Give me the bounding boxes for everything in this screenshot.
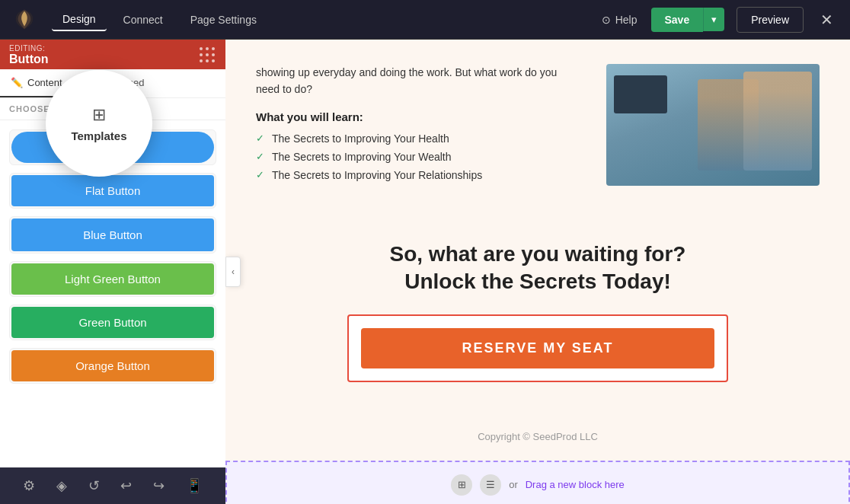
- green-button-option[interactable]: Green Button: [11, 307, 214, 338]
- what-learn-heading: What you will learn:: [256, 110, 576, 123]
- help-button[interactable]: ⊙ Help: [594, 9, 645, 30]
- cta-section: So, what are you waiting for? Unlock the…: [225, 210, 850, 413]
- list-item: ✓ The Secrets to Improving Your Health: [256, 132, 576, 145]
- drag-label[interactable]: Drag a new block here: [526, 479, 625, 490]
- save-button-group: Save ▾: [651, 8, 725, 32]
- help-icon: ⊙: [602, 14, 611, 26]
- templates-overlay[interactable]: ⊞ Templates: [46, 70, 152, 177]
- undo-icon[interactable]: ↩: [116, 473, 136, 499]
- footer-section: Copyright © SeedProd LLC: [225, 413, 850, 461]
- flat-button-option[interactable]: Flat Button: [11, 175, 214, 206]
- list-item: ✓ The Secrets to Improving Your Wealth: [256, 151, 576, 163]
- templates-icon: ⊞: [92, 105, 106, 125]
- check-icon: ✓: [256, 151, 264, 162]
- undo-history-icon[interactable]: ↺: [84, 473, 104, 499]
- content-with-image: showing up everyday and doing the work. …: [256, 64, 820, 186]
- person1-shape: [743, 72, 812, 171]
- checklist: ✓ The Secrets to Improving Your Health ✓…: [256, 132, 576, 181]
- app-logo: [12, 8, 37, 32]
- reserve-block: RESERVE MY SEAT: [347, 314, 728, 382]
- list-item: Green Button: [9, 305, 216, 340]
- monitor-shape: [614, 75, 667, 113]
- reserve-button[interactable]: RESERVE MY SEAT: [361, 328, 714, 368]
- footer-text: Copyright © SeedProd LLC: [244, 431, 832, 442]
- list-item: ✓ The Secrets to Improving Your Relation…: [256, 169, 576, 181]
- left-panel: EDITING: Button ⊞ Templates ✏️ Content ⚙…: [0, 40, 225, 504]
- preview-button[interactable]: Preview: [737, 7, 804, 33]
- blue-button-option[interactable]: Blue Button: [11, 219, 214, 251]
- bottom-toolbar: ⚙ ◈ ↺ ↩ ↪ 📱: [0, 467, 225, 504]
- light-green-button-option[interactable]: Light Green Button: [11, 263, 214, 295]
- intro-text: showing up everyday and doing the work. …: [256, 64, 576, 98]
- drag-block-inner: ⊞ ☰ or Drag a new block here: [239, 474, 836, 496]
- drag-text-icon: ☰: [480, 474, 501, 496]
- image-placeholder: [606, 64, 820, 186]
- orange-button-option[interactable]: Orange Button: [11, 350, 214, 381]
- page-content: showing up everyday and doing the work. …: [225, 40, 850, 504]
- save-button[interactable]: Save: [651, 8, 704, 32]
- content-text: showing up everyday and doing the work. …: [256, 64, 576, 181]
- top-navigation: Design Connect Page Settings ⊙ Help Save…: [0, 0, 850, 40]
- editing-header: EDITING: Button: [0, 40, 225, 69]
- grid-icon[interactable]: [200, 47, 216, 64]
- collapse-panel-handle[interactable]: ‹: [225, 257, 241, 287]
- list-item: Flat Button: [9, 173, 216, 209]
- nav-tab-design[interactable]: Design: [52, 8, 107, 31]
- list-item: Light Green Button: [9, 261, 216, 297]
- list-item: Blue Button: [9, 216, 216, 254]
- cta-headline: So, what are you waiting for? Unlock the…: [256, 241, 820, 296]
- main-layout: EDITING: Button ⊞ Templates ✏️ Content ⚙…: [0, 40, 850, 504]
- check-icon: ✓: [256, 132, 264, 144]
- drag-block[interactable]: ⊞ ☰ or Drag a new block here: [225, 461, 850, 504]
- templates-label: Templates: [71, 129, 126, 142]
- nav-tab-page-settings[interactable]: Page Settings: [180, 9, 267, 30]
- editing-title: Button: [9, 53, 49, 66]
- content-image: [606, 64, 820, 186]
- close-button[interactable]: ✕: [816, 6, 838, 33]
- drag-grid-icon: ⊞: [451, 474, 472, 496]
- canvas-area: ‹ showing up everyday and doing the work…: [225, 40, 850, 504]
- drag-or-text: or: [509, 479, 518, 490]
- editing-label: EDITING:: [9, 44, 49, 53]
- nav-tab-connect[interactable]: Connect: [113, 9, 174, 30]
- content-tab-icon: ✏️: [11, 77, 23, 88]
- list-item: Orange Button: [9, 348, 216, 384]
- save-dropdown-button[interactable]: ▾: [703, 8, 724, 31]
- section-content: showing up everyday and doing the work. …: [225, 40, 850, 210]
- check-icon: ✓: [256, 169, 264, 180]
- settings-icon[interactable]: ⚙: [18, 473, 40, 499]
- redo-icon[interactable]: ↪: [149, 473, 169, 499]
- layers-icon[interactable]: ◈: [52, 473, 72, 499]
- mobile-icon[interactable]: 📱: [181, 473, 207, 499]
- chevron-left-icon: ‹: [232, 266, 235, 277]
